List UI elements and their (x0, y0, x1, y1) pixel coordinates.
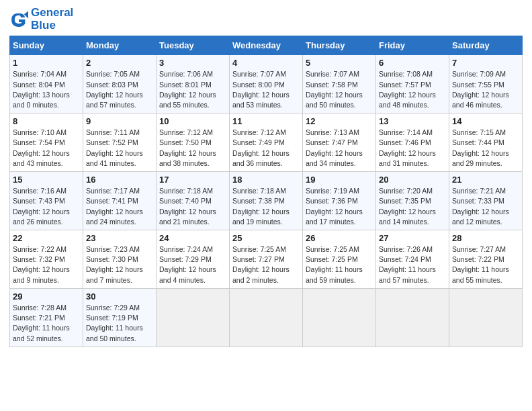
col-header-sunday: Sunday (10, 36, 83, 55)
calendar-cell: 18Sunrise: 7:18 AMSunset: 7:38 PMDayligh… (230, 172, 303, 230)
logo-text: General Blue (31, 7, 73, 32)
day-number: 3 (159, 58, 226, 68)
day-info: Sunrise: 7:05 AMSunset: 8:03 PMDaylight:… (86, 69, 153, 110)
week-row-4: 22Sunrise: 7:22 AMSunset: 7:32 PMDayligh… (10, 230, 523, 289)
day-number: 19 (306, 175, 373, 185)
calendar-cell: 27Sunrise: 7:26 AMSunset: 7:24 PMDayligh… (376, 230, 449, 289)
calendar-cell: 14Sunrise: 7:15 AMSunset: 7:44 PMDayligh… (449, 113, 523, 172)
day-info: Sunrise: 7:07 AMSunset: 7:58 PMDaylight:… (306, 69, 373, 110)
day-info: Sunrise: 7:19 AMSunset: 7:36 PMDaylight:… (306, 186, 373, 227)
calendar-cell: 28Sunrise: 7:27 AMSunset: 7:22 PMDayligh… (449, 230, 523, 289)
day-number: 14 (452, 116, 519, 126)
day-info: Sunrise: 7:10 AMSunset: 7:54 PMDaylight:… (13, 128, 80, 169)
day-number: 7 (452, 58, 519, 68)
day-info: Sunrise: 7:23 AMSunset: 7:30 PMDaylight:… (86, 244, 153, 285)
day-number: 23 (86, 233, 153, 243)
day-info: Sunrise: 7:22 AMSunset: 7:32 PMDaylight:… (13, 244, 80, 285)
day-number: 5 (306, 58, 373, 68)
calendar-cell: 20Sunrise: 7:20 AMSunset: 7:35 PMDayligh… (376, 172, 449, 230)
day-info: Sunrise: 7:18 AMSunset: 7:38 PMDaylight:… (232, 186, 300, 227)
calendar-cell: 11Sunrise: 7:12 AMSunset: 7:49 PMDayligh… (230, 113, 303, 172)
calendar-cell: 26Sunrise: 7:25 AMSunset: 7:25 PMDayligh… (303, 230, 376, 289)
col-header-monday: Monday (83, 36, 157, 55)
calendar-cell: 7Sunrise: 7:09 AMSunset: 7:55 PMDaylight… (449, 55, 523, 113)
day-info: Sunrise: 7:12 AMSunset: 7:50 PMDaylight:… (159, 128, 226, 169)
col-header-tuesday: Tuesday (157, 36, 230, 55)
day-info: Sunrise: 7:25 AMSunset: 7:27 PMDaylight:… (232, 244, 300, 285)
day-info: Sunrise: 7:13 AMSunset: 7:47 PMDaylight:… (306, 128, 373, 169)
day-number: 6 (379, 58, 446, 68)
page-header: General Blue (9, 7, 523, 32)
day-info: Sunrise: 7:17 AMSunset: 7:41 PMDaylight:… (86, 186, 153, 227)
day-info: Sunrise: 7:15 AMSunset: 7:44 PMDaylight:… (452, 128, 519, 169)
day-number: 17 (159, 175, 226, 185)
calendar-cell: 24Sunrise: 7:24 AMSunset: 7:29 PMDayligh… (157, 230, 230, 289)
calendar-cell: 19Sunrise: 7:19 AMSunset: 7:36 PMDayligh… (303, 172, 376, 230)
calendar-cell: 15Sunrise: 7:16 AMSunset: 7:43 PMDayligh… (10, 172, 83, 230)
calendar-cell: 12Sunrise: 7:13 AMSunset: 7:47 PMDayligh… (303, 113, 376, 172)
day-number: 2 (86, 58, 153, 68)
day-number: 16 (86, 175, 153, 185)
calendar-cell: 17Sunrise: 7:18 AMSunset: 7:40 PMDayligh… (157, 172, 230, 230)
calendar-cell: 29Sunrise: 7:28 AMSunset: 7:21 PMDayligh… (10, 288, 83, 347)
day-info: Sunrise: 7:21 AMSunset: 7:33 PMDaylight:… (452, 186, 519, 227)
col-header-friday: Friday (376, 36, 449, 55)
calendar-cell (230, 288, 303, 347)
calendar-table: SundayMondayTuesdayWednesdayThursdayFrid… (9, 36, 523, 347)
day-info: Sunrise: 7:12 AMSunset: 7:49 PMDaylight:… (232, 128, 300, 169)
day-info: Sunrise: 7:08 AMSunset: 7:57 PMDaylight:… (379, 69, 446, 110)
col-header-thursday: Thursday (303, 36, 376, 55)
day-info: Sunrise: 7:18 AMSunset: 7:40 PMDaylight:… (159, 186, 226, 227)
logo-icon (9, 10, 28, 29)
day-info: Sunrise: 7:28 AMSunset: 7:21 PMDaylight:… (13, 303, 80, 344)
day-info: Sunrise: 7:07 AMSunset: 8:00 PMDaylight:… (232, 69, 300, 110)
day-info: Sunrise: 7:16 AMSunset: 7:43 PMDaylight:… (13, 186, 80, 227)
day-info: Sunrise: 7:24 AMSunset: 7:29 PMDaylight:… (159, 244, 226, 285)
calendar-cell: 4Sunrise: 7:07 AMSunset: 8:00 PMDaylight… (230, 55, 303, 113)
day-number: 10 (159, 116, 226, 126)
day-number: 9 (86, 116, 153, 126)
day-number: 22 (13, 233, 80, 243)
calendar-cell (303, 288, 376, 347)
calendar-cell: 6Sunrise: 7:08 AMSunset: 7:57 PMDaylight… (376, 55, 449, 113)
day-info: Sunrise: 7:27 AMSunset: 7:22 PMDaylight:… (452, 244, 519, 285)
day-number: 12 (306, 116, 373, 126)
day-number: 26 (306, 233, 373, 243)
calendar-cell: 25Sunrise: 7:25 AMSunset: 7:27 PMDayligh… (230, 230, 303, 289)
col-header-saturday: Saturday (449, 36, 523, 55)
calendar-cell: 13Sunrise: 7:14 AMSunset: 7:46 PMDayligh… (376, 113, 449, 172)
calendar-cell: 21Sunrise: 7:21 AMSunset: 7:33 PMDayligh… (449, 172, 523, 230)
calendar-cell: 22Sunrise: 7:22 AMSunset: 7:32 PMDayligh… (10, 230, 83, 289)
calendar-cell: 8Sunrise: 7:10 AMSunset: 7:54 PMDaylight… (10, 113, 83, 172)
calendar-cell: 2Sunrise: 7:05 AMSunset: 8:03 PMDaylight… (83, 55, 157, 113)
calendar-cell: 1Sunrise: 7:04 AMSunset: 8:04 PMDaylight… (10, 55, 83, 113)
calendar-cell: 9Sunrise: 7:11 AMSunset: 7:52 PMDaylight… (83, 113, 157, 172)
day-info: Sunrise: 7:29 AMSunset: 7:19 PMDaylight:… (86, 303, 153, 344)
day-info: Sunrise: 7:26 AMSunset: 7:24 PMDaylight:… (379, 244, 446, 285)
day-number: 28 (452, 233, 519, 243)
week-row-2: 8Sunrise: 7:10 AMSunset: 7:54 PMDaylight… (10, 113, 523, 172)
calendar-cell (157, 288, 230, 347)
day-number: 8 (13, 116, 80, 126)
day-number: 27 (379, 233, 446, 243)
day-info: Sunrise: 7:09 AMSunset: 7:55 PMDaylight:… (452, 69, 519, 110)
day-info: Sunrise: 7:20 AMSunset: 7:35 PMDaylight:… (379, 186, 446, 227)
day-number: 20 (379, 175, 446, 185)
day-number: 13 (379, 116, 446, 126)
col-header-wednesday: Wednesday (230, 36, 303, 55)
day-number: 4 (232, 58, 300, 68)
week-row-5: 29Sunrise: 7:28 AMSunset: 7:21 PMDayligh… (10, 288, 523, 347)
calendar-cell: 3Sunrise: 7:06 AMSunset: 8:01 PMDaylight… (157, 55, 230, 113)
day-info: Sunrise: 7:14 AMSunset: 7:46 PMDaylight:… (379, 128, 446, 169)
calendar-cell: 16Sunrise: 7:17 AMSunset: 7:41 PMDayligh… (83, 172, 157, 230)
week-row-3: 15Sunrise: 7:16 AMSunset: 7:43 PMDayligh… (10, 172, 523, 230)
day-number: 30 (86, 291, 153, 302)
day-number: 29 (13, 291, 80, 302)
day-info: Sunrise: 7:11 AMSunset: 7:52 PMDaylight:… (86, 128, 153, 169)
calendar-cell: 30Sunrise: 7:29 AMSunset: 7:19 PMDayligh… (83, 288, 157, 347)
calendar-cell: 23Sunrise: 7:23 AMSunset: 7:30 PMDayligh… (83, 230, 157, 289)
day-number: 21 (452, 175, 519, 185)
day-info: Sunrise: 7:06 AMSunset: 8:01 PMDaylight:… (159, 69, 226, 110)
calendar-cell (376, 288, 449, 347)
day-number: 11 (232, 116, 300, 126)
